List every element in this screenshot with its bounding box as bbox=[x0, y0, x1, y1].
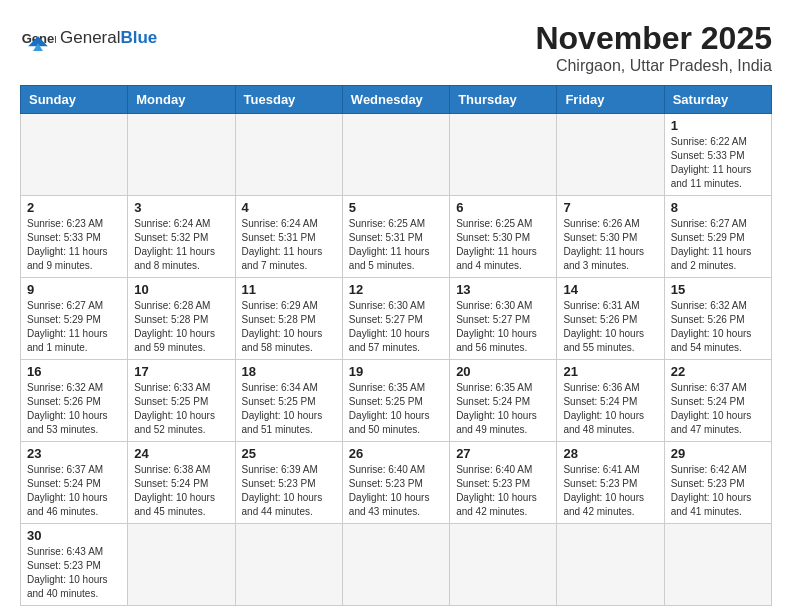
day-number: 5 bbox=[349, 200, 443, 215]
calendar-cell: 25Sunrise: 6:39 AM Sunset: 5:23 PM Dayli… bbox=[235, 442, 342, 524]
day-number: 7 bbox=[563, 200, 657, 215]
weekday-header-monday: Monday bbox=[128, 86, 235, 114]
day-info: Sunrise: 6:33 AM Sunset: 5:25 PM Dayligh… bbox=[134, 381, 228, 437]
day-info: Sunrise: 6:32 AM Sunset: 5:26 PM Dayligh… bbox=[671, 299, 765, 355]
calendar-cell: 26Sunrise: 6:40 AM Sunset: 5:23 PM Dayli… bbox=[342, 442, 449, 524]
day-info: Sunrise: 6:28 AM Sunset: 5:28 PM Dayligh… bbox=[134, 299, 228, 355]
calendar-cell: 21Sunrise: 6:36 AM Sunset: 5:24 PM Dayli… bbox=[557, 360, 664, 442]
calendar-week-row: 1Sunrise: 6:22 AM Sunset: 5:33 PM Daylig… bbox=[21, 114, 772, 196]
day-info: Sunrise: 6:29 AM Sunset: 5:28 PM Dayligh… bbox=[242, 299, 336, 355]
calendar-cell: 27Sunrise: 6:40 AM Sunset: 5:23 PM Dayli… bbox=[450, 442, 557, 524]
day-info: Sunrise: 6:34 AM Sunset: 5:25 PM Dayligh… bbox=[242, 381, 336, 437]
day-number: 29 bbox=[671, 446, 765, 461]
day-info: Sunrise: 6:39 AM Sunset: 5:23 PM Dayligh… bbox=[242, 463, 336, 519]
calendar-cell: 7Sunrise: 6:26 AM Sunset: 5:30 PM Daylig… bbox=[557, 196, 664, 278]
calendar-cell: 9Sunrise: 6:27 AM Sunset: 5:29 PM Daylig… bbox=[21, 278, 128, 360]
day-number: 9 bbox=[27, 282, 121, 297]
logo-text: GeneralBlue bbox=[60, 29, 157, 48]
day-info: Sunrise: 6:23 AM Sunset: 5:33 PM Dayligh… bbox=[27, 217, 121, 273]
day-number: 4 bbox=[242, 200, 336, 215]
day-info: Sunrise: 6:43 AM Sunset: 5:23 PM Dayligh… bbox=[27, 545, 121, 601]
calendar-cell: 4Sunrise: 6:24 AM Sunset: 5:31 PM Daylig… bbox=[235, 196, 342, 278]
weekday-header-wednesday: Wednesday bbox=[342, 86, 449, 114]
calendar-cell: 12Sunrise: 6:30 AM Sunset: 5:27 PM Dayli… bbox=[342, 278, 449, 360]
day-info: Sunrise: 6:35 AM Sunset: 5:24 PM Dayligh… bbox=[456, 381, 550, 437]
day-number: 2 bbox=[27, 200, 121, 215]
calendar-week-row: 30Sunrise: 6:43 AM Sunset: 5:23 PM Dayli… bbox=[21, 524, 772, 606]
calendar-cell: 19Sunrise: 6:35 AM Sunset: 5:25 PM Dayli… bbox=[342, 360, 449, 442]
calendar-cell: 6Sunrise: 6:25 AM Sunset: 5:30 PM Daylig… bbox=[450, 196, 557, 278]
day-info: Sunrise: 6:24 AM Sunset: 5:31 PM Dayligh… bbox=[242, 217, 336, 273]
calendar-cell: 18Sunrise: 6:34 AM Sunset: 5:25 PM Dayli… bbox=[235, 360, 342, 442]
day-number: 30 bbox=[27, 528, 121, 543]
calendar-cell: 11Sunrise: 6:29 AM Sunset: 5:28 PM Dayli… bbox=[235, 278, 342, 360]
day-info: Sunrise: 6:26 AM Sunset: 5:30 PM Dayligh… bbox=[563, 217, 657, 273]
calendar-cell: 5Sunrise: 6:25 AM Sunset: 5:31 PM Daylig… bbox=[342, 196, 449, 278]
day-number: 15 bbox=[671, 282, 765, 297]
day-number: 20 bbox=[456, 364, 550, 379]
page-header: General GeneralBlue November 2025 Chirga… bbox=[20, 20, 772, 75]
calendar-cell: 17Sunrise: 6:33 AM Sunset: 5:25 PM Dayli… bbox=[128, 360, 235, 442]
day-info: Sunrise: 6:42 AM Sunset: 5:23 PM Dayligh… bbox=[671, 463, 765, 519]
month-title: November 2025 bbox=[535, 20, 772, 57]
logo: General GeneralBlue bbox=[20, 20, 157, 56]
calendar-cell: 29Sunrise: 6:42 AM Sunset: 5:23 PM Dayli… bbox=[664, 442, 771, 524]
day-number: 8 bbox=[671, 200, 765, 215]
day-number: 1 bbox=[671, 118, 765, 133]
day-info: Sunrise: 6:32 AM Sunset: 5:26 PM Dayligh… bbox=[27, 381, 121, 437]
day-number: 6 bbox=[456, 200, 550, 215]
calendar-week-row: 23Sunrise: 6:37 AM Sunset: 5:24 PM Dayli… bbox=[21, 442, 772, 524]
day-number: 13 bbox=[456, 282, 550, 297]
day-number: 16 bbox=[27, 364, 121, 379]
calendar-cell: 3Sunrise: 6:24 AM Sunset: 5:32 PM Daylig… bbox=[128, 196, 235, 278]
calendar-cell: 22Sunrise: 6:37 AM Sunset: 5:24 PM Dayli… bbox=[664, 360, 771, 442]
calendar-cell bbox=[664, 524, 771, 606]
calendar-week-row: 2Sunrise: 6:23 AM Sunset: 5:33 PM Daylig… bbox=[21, 196, 772, 278]
calendar-cell bbox=[450, 114, 557, 196]
weekday-header-sunday: Sunday bbox=[21, 86, 128, 114]
calendar-cell bbox=[557, 114, 664, 196]
day-number: 27 bbox=[456, 446, 550, 461]
day-info: Sunrise: 6:25 AM Sunset: 5:31 PM Dayligh… bbox=[349, 217, 443, 273]
calendar-cell bbox=[557, 524, 664, 606]
calendar-cell: 1Sunrise: 6:22 AM Sunset: 5:33 PM Daylig… bbox=[664, 114, 771, 196]
weekday-header-friday: Friday bbox=[557, 86, 664, 114]
calendar-cell: 20Sunrise: 6:35 AM Sunset: 5:24 PM Dayli… bbox=[450, 360, 557, 442]
calendar-cell bbox=[235, 524, 342, 606]
calendar-cell bbox=[342, 114, 449, 196]
calendar-table: SundayMondayTuesdayWednesdayThursdayFrid… bbox=[20, 85, 772, 606]
calendar-cell: 14Sunrise: 6:31 AM Sunset: 5:26 PM Dayli… bbox=[557, 278, 664, 360]
day-number: 3 bbox=[134, 200, 228, 215]
day-number: 21 bbox=[563, 364, 657, 379]
day-number: 17 bbox=[134, 364, 228, 379]
day-number: 25 bbox=[242, 446, 336, 461]
day-info: Sunrise: 6:40 AM Sunset: 5:23 PM Dayligh… bbox=[456, 463, 550, 519]
day-number: 24 bbox=[134, 446, 228, 461]
day-info: Sunrise: 6:30 AM Sunset: 5:27 PM Dayligh… bbox=[456, 299, 550, 355]
generalblue-logo-icon: General bbox=[20, 20, 56, 56]
day-number: 12 bbox=[349, 282, 443, 297]
calendar-cell bbox=[450, 524, 557, 606]
day-info: Sunrise: 6:37 AM Sunset: 5:24 PM Dayligh… bbox=[671, 381, 765, 437]
calendar-cell bbox=[128, 524, 235, 606]
calendar-cell bbox=[128, 114, 235, 196]
calendar-cell bbox=[21, 114, 128, 196]
calendar-cell: 28Sunrise: 6:41 AM Sunset: 5:23 PM Dayli… bbox=[557, 442, 664, 524]
day-info: Sunrise: 6:25 AM Sunset: 5:30 PM Dayligh… bbox=[456, 217, 550, 273]
day-info: Sunrise: 6:37 AM Sunset: 5:24 PM Dayligh… bbox=[27, 463, 121, 519]
day-number: 11 bbox=[242, 282, 336, 297]
location-title: Chirgaon, Uttar Pradesh, India bbox=[535, 57, 772, 75]
day-info: Sunrise: 6:22 AM Sunset: 5:33 PM Dayligh… bbox=[671, 135, 765, 191]
weekday-header-tuesday: Tuesday bbox=[235, 86, 342, 114]
day-number: 28 bbox=[563, 446, 657, 461]
day-number: 26 bbox=[349, 446, 443, 461]
calendar-cell bbox=[342, 524, 449, 606]
calendar-cell: 16Sunrise: 6:32 AM Sunset: 5:26 PM Dayli… bbox=[21, 360, 128, 442]
calendar-week-row: 9Sunrise: 6:27 AM Sunset: 5:29 PM Daylig… bbox=[21, 278, 772, 360]
calendar-week-row: 16Sunrise: 6:32 AM Sunset: 5:26 PM Dayli… bbox=[21, 360, 772, 442]
weekday-header-thursday: Thursday bbox=[450, 86, 557, 114]
calendar-cell: 2Sunrise: 6:23 AM Sunset: 5:33 PM Daylig… bbox=[21, 196, 128, 278]
day-number: 23 bbox=[27, 446, 121, 461]
title-block: November 2025 Chirgaon, Uttar Pradesh, I… bbox=[535, 20, 772, 75]
calendar-cell: 24Sunrise: 6:38 AM Sunset: 5:24 PM Dayli… bbox=[128, 442, 235, 524]
